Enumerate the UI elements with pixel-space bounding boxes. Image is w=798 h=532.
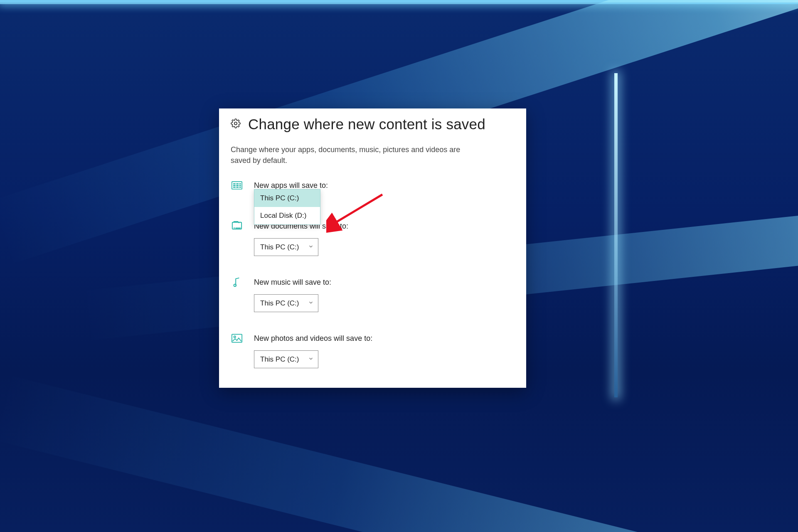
gear-icon — [231, 118, 241, 130]
apps-icon — [231, 180, 243, 191]
apps-dropdown-menu: This PC (C:) Local Disk (D:) — [254, 189, 320, 225]
svg-rect-10 — [239, 187, 241, 187]
documents-icon — [231, 221, 243, 232]
svg-rect-2 — [233, 183, 236, 184]
apps-dropdown-option-local-disk-d[interactable]: Local Disk (D:) — [254, 207, 320, 224]
svg-rect-13 — [235, 228, 241, 229]
svg-rect-6 — [236, 185, 239, 186]
page-title: Change where new content is saved — [248, 116, 485, 133]
music-icon — [231, 277, 243, 288]
apps-label: New apps will save to: — [254, 181, 328, 190]
photos-icon — [231, 333, 243, 344]
page-description: Change where your apps, documents, music… — [231, 144, 472, 166]
svg-rect-4 — [233, 187, 236, 187]
documents-dropdown-value: This PC (C:) — [260, 243, 299, 251]
music-dropdown[interactable]: This PC (C:) — [254, 294, 318, 312]
chevron-down-icon — [308, 355, 314, 364]
svg-rect-5 — [236, 183, 239, 184]
documents-dropdown[interactable]: This PC (C:) — [254, 238, 318, 256]
svg-rect-7 — [236, 187, 239, 187]
music-dropdown-value: This PC (C:) — [260, 299, 299, 308]
svg-rect-15 — [232, 335, 242, 342]
section-music: New music will save to: This PC (C:) — [231, 277, 515, 312]
section-apps: New apps will save to: This PC (C:) Loca… — [231, 180, 515, 191]
svg-rect-3 — [233, 185, 236, 186]
photos-label: New photos and videos will save to: — [254, 334, 372, 343]
svg-point-12 — [234, 227, 235, 229]
chevron-down-icon — [308, 243, 314, 251]
svg-rect-9 — [239, 185, 241, 186]
section-documents: New documents will save to: This PC (C:) — [231, 221, 515, 256]
music-label: New music will save to: — [254, 278, 331, 287]
chevron-down-icon — [308, 299, 314, 308]
apps-dropdown-option-this-pc-c[interactable]: This PC (C:) — [254, 190, 320, 207]
section-photos: New photos and videos will save to: This… — [231, 333, 515, 368]
svg-rect-8 — [239, 183, 241, 184]
svg-point-14 — [234, 284, 236, 287]
photos-dropdown-value: This PC (C:) — [260, 355, 299, 364]
title-row: Change where new content is saved — [231, 116, 515, 133]
photos-dropdown[interactable]: This PC (C:) — [254, 350, 318, 368]
settings-window: Change where new content is saved Change… — [219, 108, 526, 388]
svg-point-16 — [234, 336, 236, 338]
svg-point-0 — [234, 122, 237, 125]
